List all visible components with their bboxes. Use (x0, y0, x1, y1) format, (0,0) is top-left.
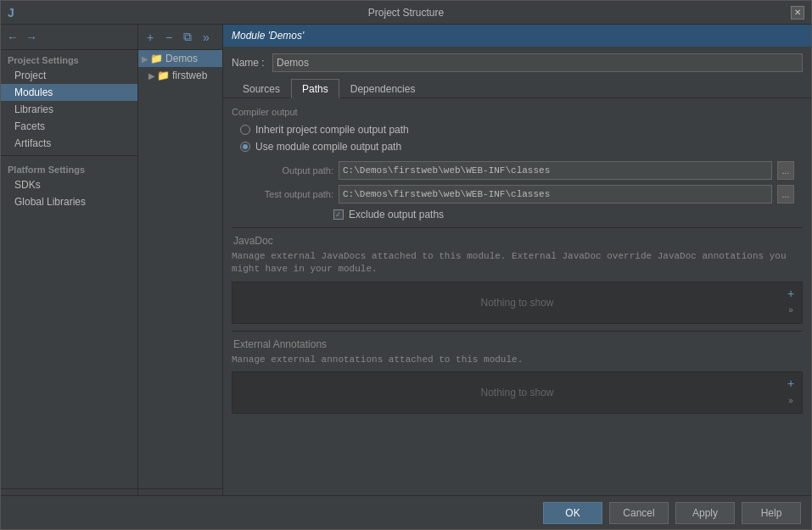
help-button[interactable]: Help (742, 502, 801, 524)
section-divider-1 (232, 227, 803, 228)
radio-use-module-circle[interactable] (240, 142, 250, 152)
project-structure-dialog: J Project Structure ✕ ← → Project Settin… (0, 0, 812, 530)
section-divider-2 (232, 331, 803, 332)
external-annotations-title: External Annotations (232, 338, 803, 350)
tabs-bar: Sources Paths Dependencies (223, 79, 811, 98)
remove-module-button[interactable]: − (160, 29, 177, 46)
exclude-checkbox[interactable] (333, 209, 344, 220)
close-button[interactable]: ✕ (791, 6, 804, 20)
radio-use-module[interactable]: Use module compile output path (240, 141, 803, 153)
javadoc-add-button[interactable]: + (783, 286, 798, 301)
folder-icon: 📁 (150, 53, 163, 64)
cancel-button[interactable]: Cancel (609, 502, 669, 524)
tab-sources[interactable]: Sources (232, 79, 291, 98)
radio-inherit-circle[interactable] (240, 125, 250, 135)
external-annotations-description: Manage external annotations attached to … (232, 354, 803, 366)
compiler-output-label: Compiler output (232, 107, 803, 117)
main-content: ← → Project Settings Project Modules Lib… (1, 25, 811, 495)
exclude-output-row: Exclude output paths (333, 209, 794, 220)
project-settings-label: Project Settings (1, 50, 137, 67)
tab-paths[interactable]: Paths (291, 79, 339, 98)
module-item-demos[interactable]: ▶ 📁 Demos (138, 50, 222, 67)
javadoc-empty-label: Nothing to show (480, 297, 553, 309)
output-path-input[interactable] (339, 161, 772, 180)
javadoc-arrows-button[interactable]: » (783, 303, 798, 318)
sidebar-item-modules[interactable]: Modules (1, 84, 137, 101)
radio-group: Inherit project compile output path Use … (240, 124, 803, 153)
name-label: Name : (232, 57, 266, 69)
sidebar-item-artifacts[interactable]: Artifacts (1, 135, 137, 152)
javadoc-title: JavaDoc (232, 235, 803, 247)
external-annotations-section: External Annotations Manage external ann… (232, 338, 803, 414)
javadoc-list: Nothing to show + » (232, 282, 803, 324)
bottom-bar: OK Cancel Apply Help (1, 495, 811, 529)
forward-button[interactable]: → (23, 29, 40, 46)
sidebar-divider (1, 155, 137, 156)
folder-icon-child: 📁 (157, 70, 170, 81)
right-panel: Module 'Demos' Name : Sources Paths Depe… (223, 25, 811, 495)
javadoc-buttons: + » (783, 286, 798, 318)
javadoc-description: Manage external JavaDocs attached to thi… (232, 250, 803, 276)
expand-icon-child: ▶ (148, 71, 157, 81)
name-input[interactable] (272, 53, 803, 72)
window-title: Project Structure (368, 7, 444, 19)
test-output-path-label: Test output path: (240, 189, 333, 199)
back-button[interactable]: ← (4, 29, 21, 46)
app-logo: J (8, 6, 14, 20)
external-annotations-arrows-button[interactable]: » (783, 393, 798, 408)
sidebar-item-sdks[interactable]: SDKs (1, 176, 137, 193)
ok-button[interactable]: OK (543, 502, 602, 524)
exclude-label: Exclude output paths (349, 209, 444, 220)
module-item-firstweb[interactable]: ▶ 📁 firstweb (138, 67, 222, 84)
sidebar-toolbar: ← → (1, 25, 137, 50)
sidebar-item-libraries[interactable]: Libraries (1, 101, 137, 118)
sidebar: ← → Project Settings Project Modules Lib… (1, 25, 138, 495)
radio-inherit-label: Inherit project compile output path (255, 124, 409, 136)
module-header: Module 'Demos' (223, 25, 811, 47)
external-annotations-list: Nothing to show + » (232, 371, 803, 414)
sidebar-item-global-libraries[interactable]: Global Libraries (1, 193, 137, 210)
tab-dependencies[interactable]: Dependencies (339, 79, 427, 98)
output-path-browse-button[interactable]: ... (777, 161, 794, 180)
module-tree-panel: + − ⧉ » ▶ 📁 Demos ▶ 📁 firstweb (138, 25, 223, 495)
add-module-button[interactable]: + (142, 29, 159, 46)
expand-icon: ▶ (142, 54, 150, 64)
external-annotations-empty-label: Nothing to show (480, 387, 553, 399)
title-bar: J Project Structure ✕ (1, 1, 811, 25)
output-path-label: Output path: (240, 165, 333, 176)
module-label-child: firstweb (172, 70, 207, 81)
external-annotations-buttons: + » (783, 376, 798, 408)
output-path-row: Output path: ... (240, 161, 794, 180)
test-output-path-row: Test output path: ... (240, 185, 794, 204)
more-module-button[interactable]: » (198, 29, 215, 46)
copy-module-button[interactable]: ⧉ (179, 29, 196, 46)
module-tree-scrollbar[interactable] (138, 488, 222, 495)
sidebar-item-facets[interactable]: Facets (1, 118, 137, 135)
javadoc-section: JavaDoc Manage external JavaDocs attache… (232, 235, 803, 324)
radio-inherit[interactable]: Inherit project compile output path (240, 124, 803, 136)
module-label: Demos (165, 53, 198, 64)
external-annotations-add-button[interactable]: + (783, 376, 798, 391)
tab-content-paths: Compiler output Inherit project compile … (223, 98, 811, 495)
radio-use-module-label: Use module compile output path (255, 141, 401, 153)
module-tree-toolbar: + − ⧉ » (138, 25, 222, 50)
sidebar-scrollbar[interactable] (1, 488, 137, 495)
test-output-path-input[interactable] (339, 185, 772, 204)
apply-button[interactable]: Apply (675, 502, 735, 524)
platform-settings-label: Platform Settings (1, 159, 137, 176)
name-row: Name : (223, 47, 811, 79)
test-output-path-browse-button[interactable]: ... (777, 185, 794, 204)
sidebar-item-project[interactable]: Project (1, 67, 137, 84)
